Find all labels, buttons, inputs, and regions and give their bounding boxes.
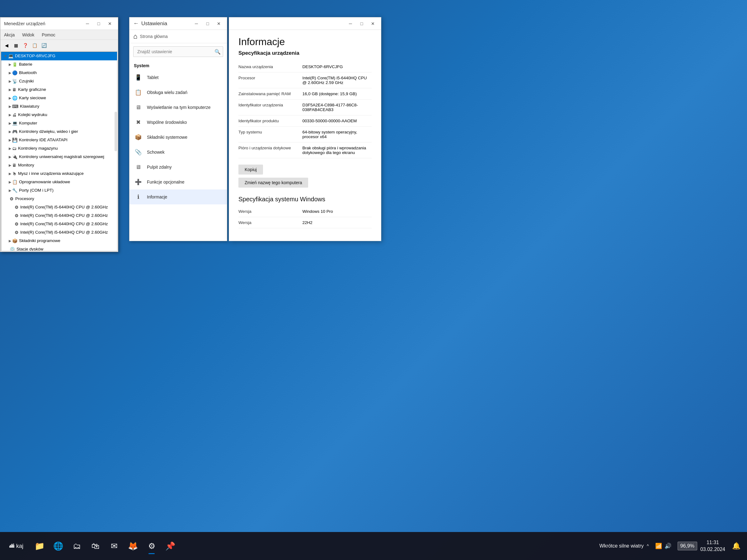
tray-expand-arrow[interactable]: ^	[647, 543, 649, 549]
tree-item[interactable]: ⚙Intel(R) Core(TM) i5-6440HQ CPU @ 2.60G…	[1, 203, 117, 212]
tree-items-container: ▶🔋Baterie▶🔵Bluetooth▶📡Czujniki▶🖥Karty gr…	[1, 60, 117, 251]
tree-item[interactable]: 💿Stacje dysków	[1, 245, 117, 251]
tree-item[interactable]: ▶💾Kontrolery IDE ATA/ATAPI	[1, 136, 117, 144]
taskbar-folder-icon[interactable]: 🗂	[68, 537, 85, 555]
info-window: ─ □ ✕ Informacje Specyfikacja urządzenia…	[229, 17, 381, 241]
taskbar-mail-icon[interactable]: ✉	[105, 537, 123, 555]
device-spec-subtitle: Specyfikacja urządzenia	[238, 50, 371, 56]
search-icon[interactable]: 🔍	[214, 49, 221, 55]
settings-back-button[interactable]: ←	[133, 20, 139, 27]
menu-pomoc[interactable]: Pomoc	[38, 31, 59, 38]
desktop: Menedżer urządzeń ─ □ ✕ Akcja Widok Pomo…	[0, 0, 747, 560]
settings-menu-item[interactable]: ℹInformacje	[129, 189, 227, 205]
taskbar-explorer-icon[interactable]: 📁	[31, 537, 48, 555]
toolbar-refresh[interactable]: 🔄	[40, 42, 48, 50]
settings-item-icon: 🖥	[134, 103, 143, 112]
tree-item[interactable]: ▶🔋Baterie	[1, 60, 117, 69]
tree-item[interactable]: ▶🖥Karty graficzne	[1, 85, 117, 94]
toolbar-back[interactable]: ◀	[2, 42, 11, 50]
tree-item[interactable]: ⚙Intel(R) Core(TM) i5-6440HQ CPU @ 2.60G…	[1, 220, 117, 229]
settings-maximize[interactable]: □	[203, 20, 212, 27]
info-close[interactable]: ✕	[368, 20, 377, 27]
taskbar-firefox-icon[interactable]: 🦊	[124, 537, 141, 555]
tree-item[interactable]: ⚙Intel(R) Core(TM) i5-6440HQ CPU @ 2.60G…	[1, 212, 117, 220]
settings-menu-item[interactable]: 📦Składniki systemowe	[129, 130, 227, 145]
taskbar-edge-icon[interactable]: 🌐	[50, 537, 67, 555]
settings-menu-item[interactable]: ➕Funkcje opcjonalne	[129, 175, 227, 189]
tray-icon-sound[interactable]: 🔊	[665, 542, 671, 550]
close-button[interactable]: ✕	[105, 20, 114, 27]
battery-indicator: 96,9%	[677, 542, 697, 550]
taskbar-search-text: kaj	[16, 543, 23, 550]
scrollbar[interactable]	[114, 112, 117, 152]
rename-button[interactable]: Zmień nazwę tego komputera	[238, 178, 308, 188]
system-tray: 📶 🔊	[652, 542, 674, 550]
info-row: ProcesorIntel(R) Core(TM) i5-6440HQ CPU …	[238, 73, 371, 88]
device-tree[interactable]: ▼ 💻 DESKTOP-6RVCJFG ▶🔋Baterie▶🔵Bluetooth…	[1, 52, 117, 251]
tree-item[interactable]: ▶🗂Kontrolery magazynu	[1, 144, 117, 153]
tray-icon-network[interactable]: 📶	[655, 542, 662, 550]
settings-menu-item[interactable]: 🖥Wyświetlanie na tym komputerze	[129, 100, 227, 115]
menu-widok[interactable]: Widok	[18, 31, 38, 38]
copy-button[interactable]: Kopiuj	[238, 165, 263, 175]
tree-item[interactable]: ▶📦Składniki programowe	[1, 237, 117, 245]
info-maximize[interactable]: □	[357, 20, 366, 27]
home-icon[interactable]: ⌂	[133, 32, 137, 41]
info-content: Informacje Specyfikacja urządzenia Nazwa…	[229, 30, 381, 241]
clock-time: 11:31	[700, 539, 725, 546]
tree-item[interactable]: ▶🔧Porty (COM i LPT)	[1, 186, 117, 195]
info-row: Identyfikator produktu00330-50000-00000-…	[238, 115, 371, 127]
settings-menu-item[interactable]: 📋Obsługa wielu zadań	[129, 85, 227, 100]
taskbar-search-area[interactable]: 🏙 kaj	[3, 543, 30, 550]
settings-item-icon: ℹ	[134, 193, 143, 201]
settings-menu-item[interactable]: 📱Tablet	[129, 70, 227, 85]
tree-item[interactable]: ▶🖨Kolejki wydruku	[1, 111, 117, 119]
windows-row: Wersja22H2	[238, 217, 371, 229]
minimize-button[interactable]: ─	[83, 20, 92, 27]
notification-button[interactable]: 🔔	[728, 538, 744, 554]
device-manager-titlebar: Menedżer urządzeń ─ □ ✕	[0, 18, 118, 30]
info-row: Pióro i urządzenia dotykoweBrak obsługi …	[238, 142, 371, 158]
device-spec-table: Nazwa urządzeniaDESKTOP-6RVCJFGProcesorI…	[238, 61, 371, 158]
settings-search-area: 🔍	[133, 46, 223, 57]
action-buttons: Kopiuj Zmień nazwę tego komputera	[238, 165, 371, 191]
tree-root[interactable]: ▼ 💻 DESKTOP-6RVCJFG	[1, 52, 117, 60]
tree-item[interactable]: ▶📋Oprogramowanie układowe	[1, 178, 117, 186]
settings-item-icon: 📋	[134, 88, 143, 97]
toolbar-props[interactable]: 📋	[30, 42, 39, 50]
taskbar-right: Wkrótce silne wiatry ^ 📶 🔊 96,9% 11:31 0…	[599, 538, 744, 554]
settings-menu: 📱Tablet📋Obsługa wielu zadań🖥Wyświetlanie…	[129, 70, 227, 205]
tree-item[interactable]: ⚙Procesory	[1, 195, 117, 203]
toolbar-help[interactable]: ❓	[21, 42, 30, 50]
info-minimize[interactable]: ─	[346, 20, 355, 27]
tree-item[interactable]: ▶🖱Mysz i inne urządzenia wskazujące	[1, 169, 117, 178]
tree-item[interactable]: ▶🖥Monitory	[1, 161, 117, 169]
taskbar-pin-icon[interactable]: 📌	[161, 537, 179, 555]
tree-item[interactable]: ▶🎮Kontrolery dźwięku, wideo i gier	[1, 128, 117, 136]
tree-item[interactable]: ⚙Intel(R) Core(TM) i5-6440HQ CPU @ 2.60G…	[1, 229, 117, 237]
clock[interactable]: 11:31 03.02.2024	[700, 539, 725, 553]
settings-titlebar: ← Ustawienia ─ □ ✕	[129, 18, 227, 30]
maximize-button[interactable]: □	[94, 20, 103, 27]
settings-title: Ustawienia	[141, 21, 167, 27]
tree-item[interactable]: ▶📡Czujniki	[1, 77, 117, 85]
tree-item[interactable]: ▶🔵Bluetooth	[1, 69, 117, 77]
settings-menu-item[interactable]: 📎Schowek	[129, 145, 227, 160]
settings-minimize[interactable]: ─	[192, 20, 201, 27]
settings-close[interactable]: ✕	[214, 20, 223, 27]
tree-item[interactable]: ▶⌨Klawiatury	[1, 102, 117, 111]
menu-akcja[interactable]: Akcja	[0, 31, 18, 38]
info-row: Typ systemu64-bitowy system operacyjny, …	[238, 127, 371, 142]
taskbar-settings-icon[interactable]: ⚙	[143, 537, 160, 555]
taskbar-store-icon[interactable]: 🛍	[87, 537, 104, 555]
device-manager-window: Menedżer urządzeń ─ □ ✕ Akcja Widok Pomo…	[0, 17, 118, 252]
tree-item[interactable]: ▶🌐Karty sieciowe	[1, 94, 117, 102]
tree-item[interactable]: ▶💻Komputer	[1, 119, 117, 128]
windows-row: WersjaWindows 10 Pro	[238, 206, 371, 217]
settings-search-input[interactable]	[133, 46, 223, 57]
settings-menu-item[interactable]: ✖Wspólne środowisko	[129, 115, 227, 130]
tree-item[interactable]: ▶🔌Kontrolery uniwersalnej magistrali sze…	[1, 153, 117, 161]
window-controls: ─ □ ✕	[83, 20, 114, 27]
settings-menu-item[interactable]: 🖥Pulpit zdalny	[129, 160, 227, 175]
toolbar-grid[interactable]: ▦	[11, 42, 20, 50]
